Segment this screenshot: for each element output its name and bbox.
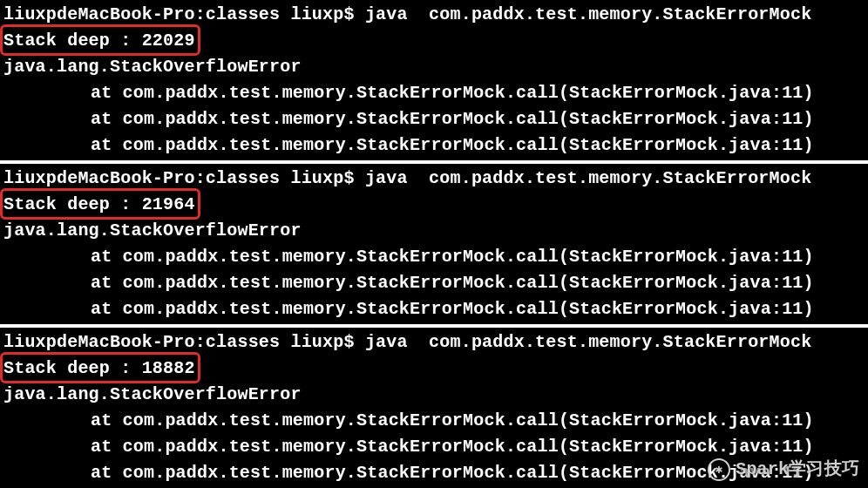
- hostname: liuxpdeMacBook-Pro: [3, 168, 195, 188]
- terminal-run-3: liuxpdeMacBook-Pro:classes liuxp$ java c…: [0, 328, 868, 488]
- prompt-line-3: liuxpdeMacBook-Pro:classes liuxp$ java c…: [3, 329, 865, 356]
- stack-trace-line: at com.paddx.test.memory.StackErrorMock.…: [3, 80, 865, 106]
- dir: classes: [206, 332, 280, 352]
- command: java com.paddx.test.memory.StackErrorMoc…: [365, 4, 811, 24]
- stack-trace-line: at com.paddx.test.memory.StackErrorMock.…: [3, 106, 865, 132]
- prompt-line-2: liuxpdeMacBook-Pro:classes liuxp$ java c…: [3, 166, 865, 192]
- stack-label: Stack deep :: [3, 358, 131, 378]
- stack-depth-value: 18882: [142, 358, 195, 378]
- watermark: ✱ Spark学习技巧: [708, 457, 859, 483]
- watermark-icon: ✱: [708, 458, 730, 481]
- prompt-line-1: liuxpdeMacBook-Pro:classes liuxp$ java c…: [3, 2, 865, 28]
- stack-trace-line: at com.paddx.test.memory.StackErrorMock.…: [3, 244, 865, 270]
- user: liuxp: [290, 4, 343, 24]
- terminal-run-1: liuxpdeMacBook-Pro:classes liuxp$ java c…: [0, 0, 868, 160]
- stack-trace-line: at com.paddx.test.memory.StackErrorMock.…: [3, 296, 865, 322]
- stack-depth-line-2: Stack deep : 21964: [3, 192, 865, 218]
- hostname: liuxpdeMacBook-Pro: [3, 4, 195, 24]
- stack-label: Stack deep :: [3, 194, 131, 214]
- dir: classes: [206, 4, 280, 24]
- stack-trace-line: at com.paddx.test.memory.StackErrorMock.…: [3, 408, 865, 434]
- stack-trace-line: at com.paddx.test.memory.StackErrorMock.…: [3, 132, 865, 159]
- stack-label: Stack deep :: [3, 30, 131, 51]
- stack-depth-line-1: Stack deep : 22029: [3, 28, 865, 54]
- stack-depth-value: 21964: [142, 194, 195, 214]
- command: java com.paddx.test.memory.StackErrorMoc…: [365, 332, 811, 352]
- dir: classes: [206, 168, 280, 188]
- error-class-2: java.lang.StackOverflowError: [3, 218, 865, 244]
- user: liuxp: [290, 332, 343, 352]
- error-class-3: java.lang.StackOverflowError: [3, 382, 865, 408]
- error-class-1: java.lang.StackOverflowError: [3, 54, 865, 80]
- user: liuxp: [290, 168, 343, 188]
- hostname: liuxpdeMacBook-Pro: [3, 332, 195, 352]
- command: java com.paddx.test.memory.StackErrorMoc…: [365, 168, 811, 188]
- stack-depth-line-3: Stack deep : 18882: [3, 356, 865, 382]
- watermark-text: Spark学习技巧: [736, 457, 859, 483]
- stack-depth-value: 22029: [142, 30, 195, 51]
- stack-trace-line: at com.paddx.test.memory.StackErrorMock.…: [3, 270, 865, 296]
- terminal-run-2: liuxpdeMacBook-Pro:classes liuxp$ java c…: [0, 164, 868, 324]
